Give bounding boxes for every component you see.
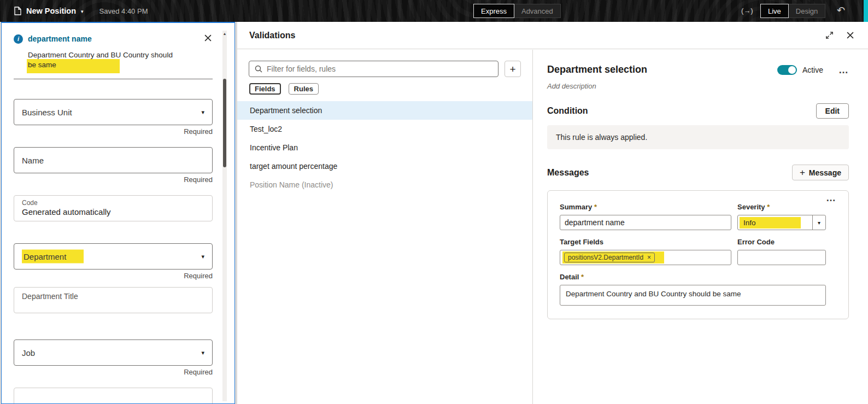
- field-group-name: Name Required: [14, 147, 213, 185]
- code-field: Code Generated automatically: [14, 195, 213, 221]
- select-dropdown-button[interactable]: ▾: [812, 215, 825, 230]
- design-view-button[interactable]: Design: [789, 4, 825, 18]
- validation-message-banner: i department name Department Country and…: [14, 33, 213, 79]
- undo-icon[interactable]: ↶: [837, 4, 845, 16]
- required-hint: Required: [14, 175, 213, 185]
- target-fields-input[interactable]: positionsV2.DepartmentId ×: [560, 250, 731, 265]
- error-code-input[interactable]: [737, 250, 826, 265]
- field-group-department: Department ▾ Required: [14, 243, 213, 282]
- validations-title: Validations: [249, 31, 295, 40]
- list-item[interactable]: Test_loc2: [237, 120, 532, 138]
- info-icon: i: [14, 34, 23, 44]
- required-asterisk: *: [767, 203, 770, 211]
- business-unit-select[interactable]: Business Unit ▾: [14, 99, 213, 125]
- form-scrollbar[interactable]: ▲: [222, 31, 227, 401]
- top-bar: New Position ▾ Saved 4:40 PM Express Adv…: [0, 0, 868, 22]
- plus-icon: +: [800, 168, 805, 177]
- chevron-down-icon: ▾: [201, 253, 204, 260]
- edit-condition-button[interactable]: Edit: [816, 103, 849, 119]
- tab-fields[interactable]: Fields: [249, 83, 281, 95]
- required-asterisk: *: [581, 273, 584, 281]
- active-toggle[interactable]: [777, 65, 797, 75]
- chevron-down-icon: ▾: [201, 349, 204, 356]
- plus-icon: +: [509, 64, 515, 74]
- search-field[interactable]: [249, 61, 498, 77]
- advanced-mode-button[interactable]: Advanced: [514, 4, 561, 18]
- close-icon[interactable]: [203, 33, 213, 45]
- search-icon: [255, 65, 262, 73]
- rule-title: Department selection: [547, 64, 647, 75]
- toggle-knob: [788, 66, 796, 74]
- rules-list-column: + Fields Rules Department selection Test…: [237, 50, 533, 404]
- yellow-highlight: positionsV2.DepartmentId ×: [562, 251, 664, 264]
- overflow-menu-icon[interactable]: …: [838, 67, 849, 73]
- required-hint: Required: [14, 127, 213, 137]
- detail-label: Detail *: [560, 273, 826, 281]
- summary-label: Summary *: [560, 203, 731, 211]
- detail-input[interactable]: Department Country and BU Country should…: [560, 285, 826, 306]
- teal-edge-stripe: [864, 0, 868, 22]
- add-rule-button[interactable]: +: [505, 61, 521, 77]
- required-hint: Required: [14, 272, 213, 282]
- document-icon: [14, 7, 21, 15]
- page-title[interactable]: New Position: [26, 7, 76, 15]
- severity-select[interactable]: Info ▾: [737, 215, 826, 230]
- search-input[interactable]: [267, 65, 492, 73]
- tab-rules[interactable]: Rules: [289, 83, 319, 95]
- expression-icon[interactable]: (→): [741, 7, 753, 15]
- main-area: i department name Department Country and…: [0, 22, 868, 404]
- department-title-input[interactable]: Department Title: [14, 287, 213, 313]
- job-select[interactable]: Job ▾: [14, 339, 213, 366]
- list-item[interactable]: Position Name (Inactive): [237, 175, 532, 194]
- chevron-down-icon: ▾: [201, 109, 204, 116]
- form-preview-panel[interactable]: i department name Department Country and…: [1, 22, 235, 404]
- department-select[interactable]: Department ▾: [14, 243, 213, 270]
- express-mode-button[interactable]: Express: [473, 4, 514, 18]
- field-group-code: Code Generated automatically: [14, 195, 213, 221]
- name-input[interactable]: Name: [14, 147, 213, 173]
- target-field-chip[interactable]: positionsV2.DepartmentId ×: [564, 253, 655, 262]
- expand-icon[interactable]: [825, 31, 834, 39]
- required-asterisk: *: [594, 203, 597, 211]
- condition-heading: Condition: [547, 106, 588, 116]
- condition-summary: This rule is always applied.: [547, 125, 849, 149]
- view-toggle: Live Design: [760, 4, 825, 18]
- add-message-button[interactable]: + Message: [792, 165, 849, 180]
- severity-label: Severity *: [737, 203, 826, 211]
- scrollbar-thumb[interactable]: [223, 79, 226, 167]
- field-group-business-unit: Business Unit ▾ Required: [14, 99, 213, 137]
- required-hint: Required: [14, 368, 213, 378]
- rules-list: Department selection Test_loc2 Incentive…: [237, 101, 532, 194]
- partial-field[interactable]: [14, 388, 213, 404]
- mode-toggle: Express Advanced: [473, 4, 561, 18]
- messages-heading: Messages: [547, 168, 589, 178]
- rule-detail-panel: Department selection Active … Add descri…: [533, 50, 868, 404]
- active-toggle-label: Active: [802, 66, 823, 74]
- field-group-job: Job ▾ Required: [14, 339, 213, 378]
- validations-header: Validations: [237, 22, 868, 49]
- description-placeholder[interactable]: Add description: [547, 82, 849, 90]
- banner-message: Department Country and BU Country should…: [14, 50, 213, 70]
- list-item[interactable]: Incentive Plan: [237, 138, 532, 157]
- live-view-button[interactable]: Live: [760, 4, 789, 18]
- banner-title: department name: [28, 34, 92, 43]
- field-group-department-title: Department Title: [14, 287, 213, 313]
- close-icon[interactable]: [847, 32, 854, 39]
- message-menu-icon[interactable]: …: [826, 195, 836, 201]
- save-status: Saved 4:40 PM: [99, 7, 148, 15]
- field-group-partial: [14, 388, 213, 404]
- chevron-down-icon[interactable]: ▾: [81, 8, 84, 14]
- error-code-label: Error Code: [737, 238, 826, 246]
- filter-tabs: Fields Rules: [237, 83, 532, 95]
- list-item[interactable]: Department selection: [237, 101, 532, 120]
- summary-input[interactable]: [560, 215, 731, 230]
- message-card: … Summary * Severity * Info ▾: [547, 190, 849, 319]
- remove-chip-icon[interactable]: ×: [647, 254, 651, 261]
- target-fields-label: Target Fields: [560, 238, 731, 246]
- chevron-down-icon: ▾: [818, 220, 820, 226]
- severity-value-highlighted: Info: [740, 217, 801, 229]
- app-window: New Position ▾ Saved 4:40 PM Express Adv…: [0, 0, 868, 404]
- list-item[interactable]: target amount percentage: [237, 157, 532, 175]
- scroll-up-icon[interactable]: ▲: [222, 32, 227, 36]
- validations-panel: Validations: [237, 22, 868, 404]
